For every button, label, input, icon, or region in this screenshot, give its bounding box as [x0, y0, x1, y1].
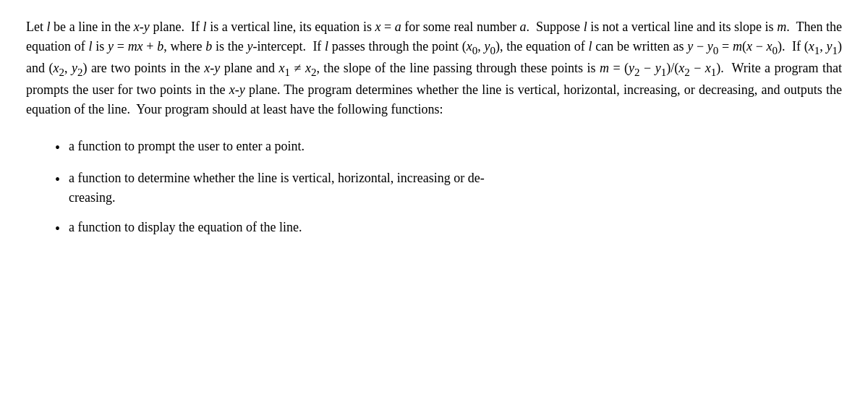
var-x1: x	[809, 39, 814, 54]
main-paragraph: Let l be a line in the x-y plane. If l i…	[26, 17, 842, 119]
var-l-5: l	[325, 39, 328, 54]
list-item-3: • a function to display the equation of …	[55, 218, 842, 239]
eq-ymxb: y	[108, 39, 114, 54]
var-x-2: x	[746, 39, 752, 54]
list-item-2: • a function to determine whether the li…	[55, 169, 842, 208]
bullet-list: • a function to prompt the user to enter…	[26, 137, 842, 239]
bullet-text-2: a function to determine whether the line…	[69, 169, 842, 208]
var-l-2: l	[203, 20, 207, 34]
bullet-dot-1: •	[55, 137, 60, 158]
var-m-3: m	[600, 61, 609, 75]
var-l-3: l	[584, 20, 587, 34]
bullet-text-1: a function to prompt the user to enter a…	[69, 137, 842, 156]
var-mx: mx	[128, 39, 143, 54]
var-l-1: l	[47, 20, 51, 34]
var-x-eq: x	[375, 20, 380, 34]
bullet-dot-3: •	[55, 218, 60, 239]
var-y2-2: y	[629, 61, 634, 75]
var-x2-3: x	[678, 61, 684, 75]
var-xy-2: x	[204, 61, 210, 75]
list-item-1: • a function to prompt the user to enter…	[55, 137, 842, 158]
var-m-1: m	[777, 20, 786, 34]
var-y0: y	[485, 39, 490, 54]
bullet-text-3: a function to display the equation of th…	[69, 218, 842, 237]
var-y0-2: y	[707, 39, 713, 54]
var-x0: x	[467, 39, 472, 54]
var-b: b	[157, 39, 163, 54]
var-l-6: l	[588, 39, 592, 54]
bullet-dot-2: •	[55, 169, 60, 190]
var-b-2: b	[205, 39, 212, 54]
var-a-1: a	[395, 20, 401, 34]
var-y1: y	[827, 39, 833, 54]
var-y-2: y	[214, 61, 220, 75]
var-x1-2: x	[279, 61, 285, 75]
main-content: Let l be a line in the x-y plane. If l i…	[26, 17, 842, 239]
var-xy-3: x	[229, 82, 235, 97]
var-x1-3: x	[705, 61, 711, 75]
var-a-2: a	[519, 20, 526, 34]
var-y-int: y	[247, 39, 252, 54]
var-y1-2: y	[655, 61, 661, 75]
var-m-2: m	[733, 39, 742, 54]
var-y2: y	[72, 61, 77, 75]
eq-y-y0: y	[687, 39, 693, 54]
var-x2-2: x	[305, 61, 311, 75]
var-y-1: y	[144, 20, 150, 34]
var-y-3: y	[239, 82, 245, 97]
var-x0-2: x	[767, 39, 773, 54]
var-l-4: l	[88, 39, 92, 54]
var-xy-1: x	[134, 20, 140, 34]
